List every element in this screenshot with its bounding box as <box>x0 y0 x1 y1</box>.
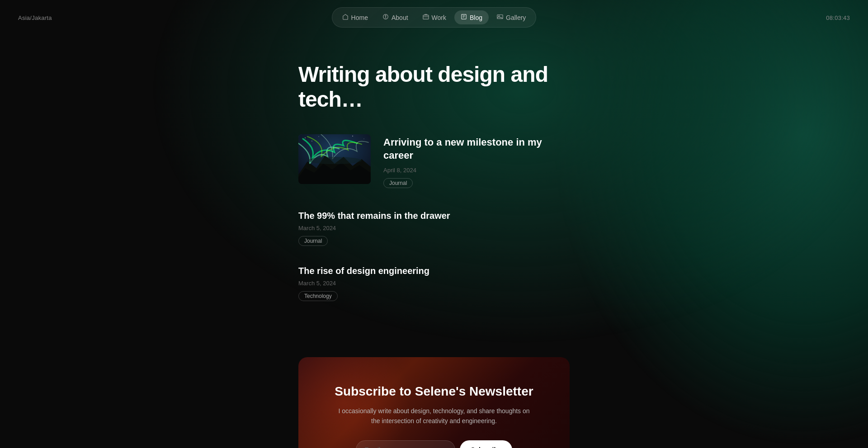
featured-post-image[interactable] <box>298 134 371 184</box>
subscribe-button[interactable]: Subscribe <box>460 440 512 448</box>
newsletter-title: Subscribe to Selene's Newsletter <box>335 384 533 399</box>
post-1-tag[interactable]: Journal <box>298 236 328 246</box>
nav-item-home[interactable]: Home <box>336 10 374 24</box>
email-input[interactable] <box>356 440 455 448</box>
nav-label-about: About <box>392 14 408 21</box>
navbar: Asia/Jakarta Home About <box>0 0 868 35</box>
newsletter-form: Subscribe <box>335 440 533 448</box>
post-item-1: The 99% that remains in the drawer March… <box>298 211 570 246</box>
post-2-date: March 5, 2024 <box>298 280 570 287</box>
svg-rect-3 <box>462 14 467 19</box>
svg-point-14 <box>307 157 362 164</box>
about-icon <box>382 14 389 21</box>
newsletter-card: Subscribe to Selene's Newsletter I occas… <box>298 357 570 448</box>
svg-point-9 <box>305 138 306 139</box>
nav-label-home: Home <box>351 14 368 21</box>
gallery-icon <box>497 14 503 21</box>
home-icon <box>342 14 349 21</box>
page-title: Writing about design and tech… <box>298 62 570 112</box>
work-icon <box>423 14 429 21</box>
nav-item-gallery[interactable]: Gallery <box>491 10 532 24</box>
svg-point-10 <box>318 137 319 137</box>
featured-post-date: April 8, 2024 <box>383 167 570 174</box>
post-item-2: The rise of design engineering March 5, … <box>298 266 570 301</box>
post-2-tag[interactable]: Technology <box>298 291 338 301</box>
nav-item-about[interactable]: About <box>376 10 415 24</box>
post-2-title[interactable]: The rise of design engineering <box>298 266 570 276</box>
post-1-date: March 5, 2024 <box>298 225 570 231</box>
svg-point-13 <box>311 141 312 141</box>
newsletter-description: I occasionally write about design, techn… <box>335 406 533 426</box>
nav-container: Home About Work <box>332 7 537 28</box>
nav-label-blog: Blog <box>470 14 482 21</box>
blog-icon <box>461 14 467 21</box>
time-display: 08:03:43 <box>826 14 850 21</box>
svg-point-12 <box>364 139 364 139</box>
timezone-label: Asia/Jakarta <box>18 14 52 21</box>
nav-item-blog[interactable]: Blog <box>454 10 489 24</box>
main-content: Writing about design and tech… <box>289 35 579 357</box>
post-1-title[interactable]: The 99% that remains in the drawer <box>298 211 570 221</box>
svg-point-1 <box>385 15 386 16</box>
nav-label-work: Work <box>432 14 446 21</box>
featured-post-content: Arriving to a new milestone in my career… <box>383 134 570 188</box>
featured-post: Arriving to a new milestone in my career… <box>298 134 570 188</box>
newsletter-section: Subscribe to Selene's Newsletter I occas… <box>289 357 579 448</box>
featured-post-title[interactable]: Arriving to a new milestone in my career <box>383 136 570 162</box>
nav-item-work[interactable]: Work <box>416 10 453 24</box>
svg-point-11 <box>352 136 353 137</box>
svg-rect-2 <box>423 15 428 19</box>
featured-post-tag[interactable]: Journal <box>383 178 413 188</box>
nav-label-gallery: Gallery <box>506 14 526 21</box>
